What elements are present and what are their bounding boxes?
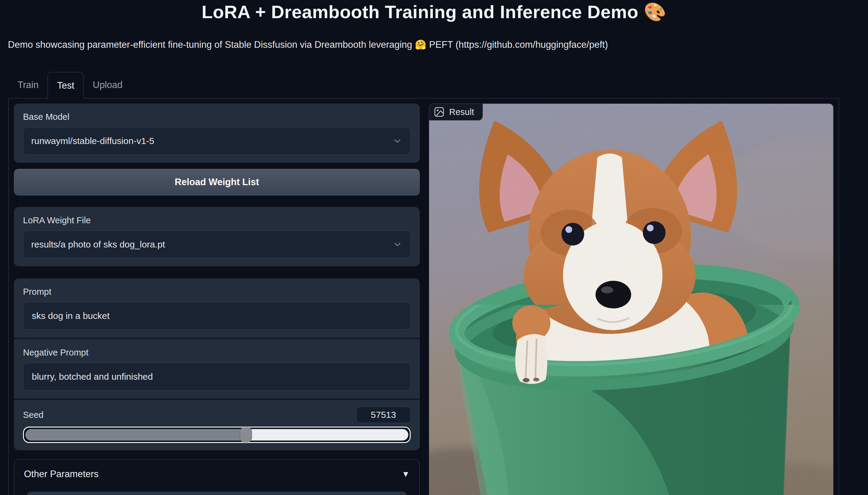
result-label: Result <box>449 107 474 117</box>
accordion-partial-child <box>27 492 407 495</box>
seed-slider-thumb[interactable] <box>240 427 252 442</box>
lora-weight-card: LoRA Weight File <box>14 207 420 266</box>
negative-prompt-section: Negative Prompt <box>14 339 420 398</box>
tab-test[interactable]: Test <box>48 72 84 99</box>
prompt-label: Prompt <box>23 286 411 297</box>
page-title: LoRA + Dreambooth Training and Inference… <box>0 1 868 23</box>
base-model-label: Base Model <box>23 112 411 122</box>
prompt-input[interactable] <box>23 302 411 330</box>
seed-slider[interactable] <box>23 427 411 443</box>
negative-prompt-input[interactable] <box>23 363 411 391</box>
seed-number-input[interactable] <box>356 407 411 423</box>
seed-slider-track[interactable] <box>26 429 408 441</box>
result-image <box>429 104 833 495</box>
tab-bar: Train Test Upload <box>9 72 868 98</box>
accordion-caret-icon: ▼ <box>402 470 410 479</box>
base-model-card: Base Model <box>14 103 420 163</box>
chevron-down-icon <box>392 136 403 146</box>
lora-weight-value[interactable] <box>31 239 392 250</box>
image-icon <box>434 107 444 117</box>
page-subtitle: Demo showcasing parameter-efficient fine… <box>8 39 868 50</box>
base-model-value[interactable] <box>31 136 392 146</box>
negative-prompt-label: Negative Prompt <box>23 347 411 358</box>
tab-train[interactable]: Train <box>9 72 48 98</box>
reload-weight-list-button[interactable]: Reload Weight List <box>14 169 420 195</box>
other-parameters-header[interactable]: Other Parameters ▼ <box>24 469 410 480</box>
seed-label: Seed <box>23 409 44 420</box>
other-parameters-accordion[interactable]: Other Parameters ▼ <box>14 459 420 495</box>
test-tab-panel: Base Model Reload Weight List LoRA Weigh… <box>9 98 839 495</box>
prompt-section: Prompt <box>14 278 420 338</box>
controls-column: Base Model Reload Weight List LoRA Weigh… <box>14 103 420 495</box>
seed-section: Seed <box>14 400 420 450</box>
result-panel: Result <box>429 103 834 495</box>
lora-weight-label: LoRA Weight File <box>23 215 411 226</box>
seed-slider-fill <box>26 429 246 441</box>
result-column: Result <box>429 103 834 495</box>
other-parameters-label: Other Parameters <box>24 469 98 480</box>
prompt-form-card: Prompt Negative Prompt Seed <box>14 278 420 450</box>
base-model-dropdown[interactable] <box>23 127 411 155</box>
result-label-chip: Result <box>429 104 483 120</box>
lora-weight-dropdown[interactable] <box>23 231 411 258</box>
chevron-down-icon <box>392 239 403 250</box>
tab-upload[interactable]: Upload <box>84 72 131 98</box>
